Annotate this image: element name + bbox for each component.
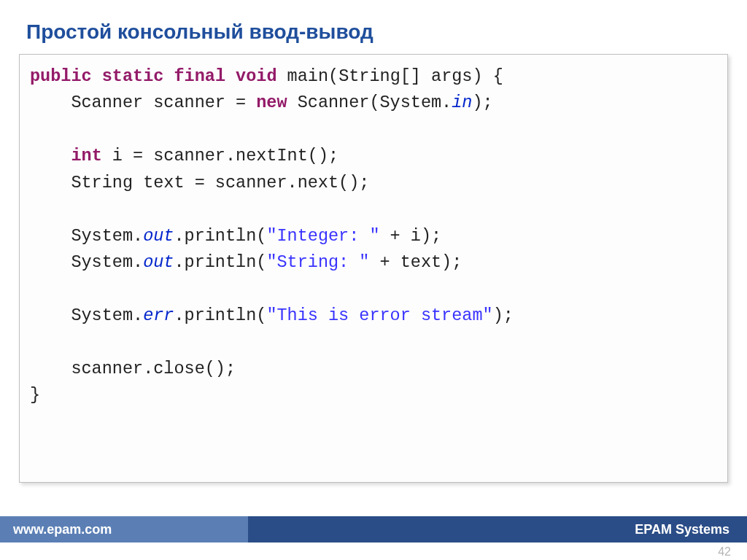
code-block: public static final void main(String[] a… [30,63,717,408]
code-text: Scanner(System. [287,93,452,112]
code-text: String text = scanner.next(); [30,173,369,192]
kw-void: void [236,66,276,86]
kw-final: final [174,66,225,86]
field-out: out [143,226,174,246]
page-number: 42 [718,545,731,559]
footer-url: www.epam.com [0,516,248,542]
kw-static: static [102,66,164,86]
code-text: Scanner scanner = [30,93,256,112]
field-out: out [143,252,174,272]
kw-new: new [256,93,287,112]
code-text: System. [30,252,143,272]
code-text: main(String[] args) { [277,66,503,86]
code-text: + i); [380,226,442,246]
code-text: System. [30,226,143,246]
code-box: public static final void main(String[] a… [19,54,728,483]
footer-company: EPAM Systems [248,516,747,542]
slide-title: Простой консольный ввод-вывод [0,0,747,54]
footer-bar: www.epam.com EPAM Systems [0,516,747,542]
str-string: "String: " [266,252,369,272]
code-text: .println( [174,306,266,325]
code-text: ); [472,93,492,112]
code-text: scanner.close(); [30,359,236,378]
code-text: ); [493,306,514,325]
code-text: .println( [174,252,266,272]
code-text: .println( [174,226,266,246]
kw-public: public [30,66,92,86]
str-error: "This is error stream" [266,306,492,325]
code-text [30,146,71,166]
kw-int: int [71,146,101,166]
code-text: System. [30,306,143,325]
field-err: err [143,306,174,325]
field-in: in [452,93,472,112]
code-text: } [30,385,40,405]
str-integer: "Integer: " [266,226,379,246]
code-text: + text); [369,252,462,272]
code-text: i = scanner.nextInt(); [102,146,338,166]
